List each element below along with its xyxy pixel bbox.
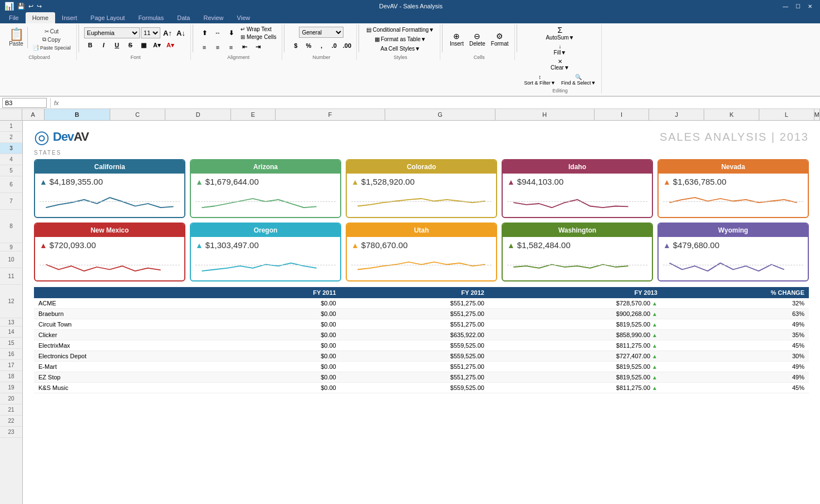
- name-box[interactable]: [2, 98, 47, 108]
- comma-button[interactable]: ,: [315, 40, 327, 51]
- strikethrough-button[interactable]: S: [124, 39, 136, 51]
- quick-access-save[interactable]: 💾: [17, 3, 25, 10]
- col-e[interactable]: E: [231, 109, 275, 120]
- table-row[interactable]: K&S Music$0.00$559,525.00$811,275.00 ▲45…: [34, 383, 809, 393]
- decrease-decimal-button[interactable]: .00: [341, 40, 353, 51]
- align-top-button[interactable]: ⬆: [198, 27, 210, 38]
- cell-styles-button[interactable]: Aa Cell Styles▼: [378, 45, 422, 53]
- col-j[interactable]: J: [649, 109, 704, 120]
- tab-formulas[interactable]: Formulas: [131, 12, 170, 23]
- italic-button[interactable]: I: [97, 39, 110, 51]
- merge-cells-button[interactable]: ⊞ Merge Cells: [238, 33, 278, 41]
- row-9[interactable]: 9: [0, 243, 22, 251]
- table-row[interactable]: Electronics Depot$0.00$559,525.00$727,40…: [34, 351, 809, 362]
- paste-special-button[interactable]: 📑 Paste Special: [30, 44, 73, 51]
- minimize-button[interactable]: —: [780, 1, 791, 11]
- number-format-select[interactable]: General: [299, 27, 343, 38]
- col-m[interactable]: M: [814, 109, 820, 120]
- tab-view[interactable]: View: [230, 12, 257, 23]
- col-k[interactable]: K: [704, 109, 759, 120]
- quick-access-undo[interactable]: ↩: [28, 3, 33, 10]
- tab-review[interactable]: Review: [197, 12, 230, 23]
- align-left-button[interactable]: ≡: [198, 42, 210, 53]
- row-8[interactable]: 8: [0, 210, 22, 243]
- align-middle-button[interactable]: ↔: [212, 27, 224, 38]
- increase-indent-button[interactable]: ⇥: [252, 42, 264, 53]
- row-16[interactable]: 16: [0, 349, 22, 360]
- row-15[interactable]: 15: [0, 338, 22, 349]
- col-g[interactable]: G: [385, 109, 495, 120]
- increase-decimal-button[interactable]: .0: [328, 40, 340, 51]
- copy-button[interactable]: ⧉ Copy: [30, 36, 73, 43]
- row-20[interactable]: 20: [0, 393, 22, 404]
- row-4[interactable]: 4: [0, 154, 22, 165]
- sort-filter-button[interactable]: ↕ Sort & Filter▼: [522, 73, 558, 87]
- row-22[interactable]: 22: [0, 416, 22, 427]
- fill-button[interactable]: ↓ Fill▼: [552, 42, 569, 57]
- formula-input[interactable]: [61, 100, 818, 106]
- find-select-button[interactable]: 🔍 Find & Select▼: [559, 73, 598, 87]
- fill-color-button[interactable]: A▾: [151, 39, 163, 51]
- col-a[interactable]: A: [22, 109, 45, 120]
- underline-button[interactable]: U: [111, 39, 123, 51]
- cells-area[interactable]: ◎ DevAV SALES ANALYSIS | 2013 STATES Cal…: [23, 121, 820, 504]
- font-color-button[interactable]: A▾: [164, 39, 176, 51]
- row-3[interactable]: 3: [0, 143, 22, 154]
- row-19[interactable]: 19: [0, 382, 22, 393]
- align-center-button[interactable]: ≡: [212, 42, 224, 53]
- wrap-text-button[interactable]: ↵ Wrap Text: [238, 26, 278, 33]
- tab-insert[interactable]: Insert: [55, 12, 84, 23]
- table-row[interactable]: ElectrixMax$0.00$559,525.00$811,275.00 ▲…: [34, 340, 809, 351]
- table-row[interactable]: EZ Stop$0.00$551,275.00$819,525.00 ▲49%: [34, 372, 809, 383]
- decrease-indent-button[interactable]: ⇤: [238, 42, 251, 53]
- align-bottom-button[interactable]: ⬇: [225, 27, 237, 38]
- currency-button[interactable]: $: [289, 40, 302, 51]
- align-right-button[interactable]: ≡: [225, 42, 237, 53]
- row-10[interactable]: 10: [0, 251, 22, 268]
- row-17[interactable]: 17: [0, 360, 22, 371]
- borders-button[interactable]: ▦: [138, 39, 150, 51]
- close-button[interactable]: ✕: [804, 1, 816, 11]
- quick-access-redo[interactable]: ↪: [37, 3, 42, 10]
- font-increase-icon[interactable]: A↑: [161, 27, 174, 38]
- row-21[interactable]: 21: [0, 404, 22, 416]
- delete-button[interactable]: ⊖ Delete: [467, 31, 488, 48]
- bold-button[interactable]: B: [84, 39, 96, 51]
- table-row[interactable]: ACME$0.00$551,275.00$728,570.00 ▲32%: [34, 298, 809, 309]
- col-c[interactable]: C: [110, 109, 165, 120]
- cut-button[interactable]: ✂ Cut: [30, 28, 73, 35]
- table-row[interactable]: Clicker$0.00$635,922.00$858,990.00 ▲35%: [34, 330, 809, 340]
- table-row[interactable]: Braeburn$0.00$551,275.00$900,268.00 ▲63%: [34, 309, 809, 319]
- col-f[interactable]: F: [276, 109, 386, 120]
- col-l[interactable]: L: [759, 109, 814, 120]
- row-5[interactable]: 5: [0, 165, 22, 176]
- autosum-button[interactable]: Σ AutoSum▼: [543, 24, 576, 42]
- col-h[interactable]: H: [495, 109, 595, 120]
- row-6[interactable]: 6: [0, 176, 22, 193]
- font-size-select[interactable]: 11: [141, 27, 160, 38]
- font-name-select[interactable]: Euphemia: [84, 27, 140, 38]
- format-button[interactable]: ⚙ Format: [489, 31, 511, 48]
- row-12[interactable]: 12: [0, 285, 22, 318]
- tab-file[interactable]: File: [2, 12, 26, 23]
- row-7[interactable]: 7: [0, 193, 22, 210]
- paste-button[interactable]: 📋 Paste: [6, 27, 28, 48]
- row-23[interactable]: 23: [0, 427, 22, 438]
- insert-button[interactable]: ⊕ Insert: [448, 31, 466, 48]
- conditional-formatting-button[interactable]: ▤ Conditional Formatting▼: [364, 26, 436, 34]
- font-decrease-icon[interactable]: A↓: [175, 27, 187, 38]
- col-b[interactable]: B: [45, 109, 111, 120]
- col-i[interactable]: I: [595, 109, 650, 120]
- row-11[interactable]: 11: [0, 268, 22, 285]
- maximize-button[interactable]: ☐: [792, 1, 803, 11]
- row-14[interactable]: 14: [0, 327, 22, 338]
- row-18[interactable]: 18: [0, 371, 22, 382]
- tab-home[interactable]: Home: [26, 12, 55, 23]
- format-as-table-button[interactable]: ▦ Format as Table▼: [372, 35, 428, 43]
- row-1[interactable]: 1: [0, 121, 22, 132]
- tab-page-layout[interactable]: Page Layout: [84, 12, 132, 23]
- row-2[interactable]: 2: [0, 132, 22, 143]
- col-d[interactable]: D: [165, 109, 232, 120]
- clear-button[interactable]: ✕ Clear▼: [548, 57, 572, 72]
- table-row[interactable]: Circuit Town$0.00$551,275.00$819,525.00 …: [34, 319, 809, 330]
